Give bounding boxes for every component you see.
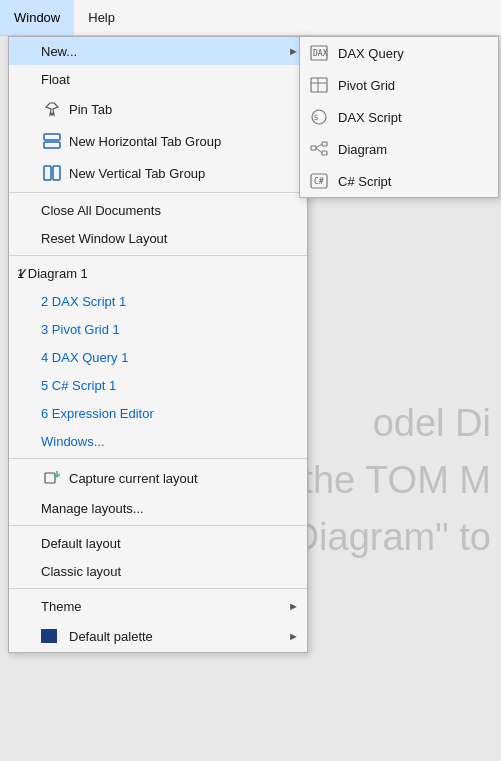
pivot-grid1-label: 3 Pivot Grid 1: [41, 322, 120, 337]
dax-script1-label: 2 DAX Script 1: [41, 294, 126, 309]
diagram-label: Diagram: [338, 142, 387, 157]
window-dropdown-menu: New... ► Float Pin Tab New Horizontal Ta…: [8, 36, 308, 653]
svg-rect-4: [53, 166, 60, 180]
capture-layout-icon: [41, 467, 63, 489]
new-horizontal-label: New Horizontal Tab Group: [69, 134, 221, 149]
svg-rect-2: [44, 142, 60, 148]
menu-item-expr-editor[interactable]: 6 Expression Editor: [9, 399, 307, 427]
pin-tab-label: Pin Tab: [69, 102, 112, 117]
csharp-icon: C#: [308, 170, 330, 192]
svg-rect-17: [322, 142, 327, 146]
pivot-grid-label: Pivot Grid: [338, 78, 395, 93]
menu-item-close-all[interactable]: Close All Documents: [9, 196, 307, 224]
separator-1: [9, 192, 307, 193]
svg-rect-5: [45, 473, 55, 483]
check-icon: ✓: [17, 265, 29, 281]
menu-item-capture-layout[interactable]: Capture current layout: [9, 462, 307, 494]
dax-query-icon: DAX: [308, 42, 330, 64]
expr-editor-label: 6 Expression Editor: [41, 406, 154, 421]
svg-text:DAX: DAX: [313, 49, 328, 58]
default-palette-label: Default palette: [69, 629, 153, 644]
pin-icon: [41, 98, 63, 120]
menu-item-pivot-grid1[interactable]: 3 Pivot Grid 1: [9, 315, 307, 343]
palette-icon: [41, 625, 63, 647]
svg-text:C#: C#: [314, 177, 324, 186]
menu-item-default-palette[interactable]: Default palette ►: [9, 620, 307, 652]
menu-item-pin-tab[interactable]: Pin Tab: [9, 93, 307, 125]
new-vertical-label: New Vertical Tab Group: [69, 166, 205, 181]
svg-rect-11: [311, 78, 327, 92]
reset-layout-label: Reset Window Layout: [41, 231, 167, 246]
close-all-label: Close All Documents: [41, 203, 161, 218]
menubar-window[interactable]: Window: [0, 0, 74, 35]
menu-item-default-layout[interactable]: Default layout: [9, 529, 307, 557]
separator-2: [9, 255, 307, 256]
svg-rect-18: [322, 151, 327, 155]
svg-rect-16: [311, 146, 316, 150]
menu-item-manage-layouts[interactable]: Manage layouts...: [9, 494, 307, 522]
classic-layout-label: Classic layout: [41, 564, 121, 579]
svg-line-20: [316, 148, 322, 153]
csharp1-label: 5 C# Script 1: [41, 378, 116, 393]
separator-4: [9, 525, 307, 526]
separator-5: [9, 588, 307, 589]
svg-text:S: S: [314, 114, 318, 122]
default-layout-label: Default layout: [41, 536, 121, 551]
theme-arrow-icon: ►: [288, 600, 299, 612]
submenu-item-dax-query[interactable]: DAX DAX Query: [300, 37, 498, 69]
arrow-icon: ►: [288, 45, 299, 57]
menu-item-classic-layout[interactable]: Classic layout: [9, 557, 307, 585]
menubar: Window Help: [0, 0, 501, 36]
menu-item-reset-layout[interactable]: Reset Window Layout: [9, 224, 307, 252]
menu-item-theme[interactable]: Theme ►: [9, 592, 307, 620]
dax-script-icon: S: [308, 106, 330, 128]
pivot-grid-icon: [308, 74, 330, 96]
svg-rect-3: [44, 166, 51, 180]
menu-item-dax-script1[interactable]: 2 DAX Script 1: [9, 287, 307, 315]
menu-item-csharp1[interactable]: 5 C# Script 1: [9, 371, 307, 399]
separator-3: [9, 458, 307, 459]
svg-line-19: [316, 144, 322, 148]
theme-label: Theme: [41, 599, 81, 614]
vertical-tab-icon: [41, 162, 63, 184]
dax-query1-label: 4 DAX Query 1: [41, 350, 128, 365]
menu-item-diagram1[interactable]: ✓ 1 Diagram 1: [9, 259, 307, 287]
submenu-item-csharp[interactable]: C# C# Script: [300, 165, 498, 197]
menu-item-float[interactable]: Float: [9, 65, 307, 93]
menubar-help[interactable]: Help: [74, 0, 129, 35]
csharp-label: C# Script: [338, 174, 391, 189]
new-submenu: DAX DAX Query Pivot Grid S DAX Script: [299, 36, 499, 198]
menu-item-new-horizontal[interactable]: New Horizontal Tab Group: [9, 125, 307, 157]
menu-item-windows[interactable]: Windows...: [9, 427, 307, 455]
horizontal-tab-icon: [41, 130, 63, 152]
dax-script-label: DAX Script: [338, 110, 402, 125]
new-label: New...: [41, 44, 77, 59]
svg-rect-1: [44, 134, 60, 140]
windows-label: Windows...: [41, 434, 105, 449]
dax-query-label: DAX Query: [338, 46, 404, 61]
manage-layouts-label: Manage layouts...: [41, 501, 144, 516]
menu-item-new[interactable]: New... ►: [9, 37, 307, 65]
submenu-item-dax-script[interactable]: S DAX Script: [300, 101, 498, 133]
float-label: Float: [41, 72, 70, 87]
submenu-item-diagram[interactable]: Diagram: [300, 133, 498, 165]
diagram-icon: [308, 138, 330, 160]
menu-item-new-vertical[interactable]: New Vertical Tab Group: [9, 157, 307, 189]
menu-item-dax-query1[interactable]: 4 DAX Query 1: [9, 343, 307, 371]
palette-arrow-icon: ►: [288, 630, 299, 642]
capture-layout-label: Capture current layout: [69, 471, 198, 486]
submenu-item-pivot-grid[interactable]: Pivot Grid: [300, 69, 498, 101]
